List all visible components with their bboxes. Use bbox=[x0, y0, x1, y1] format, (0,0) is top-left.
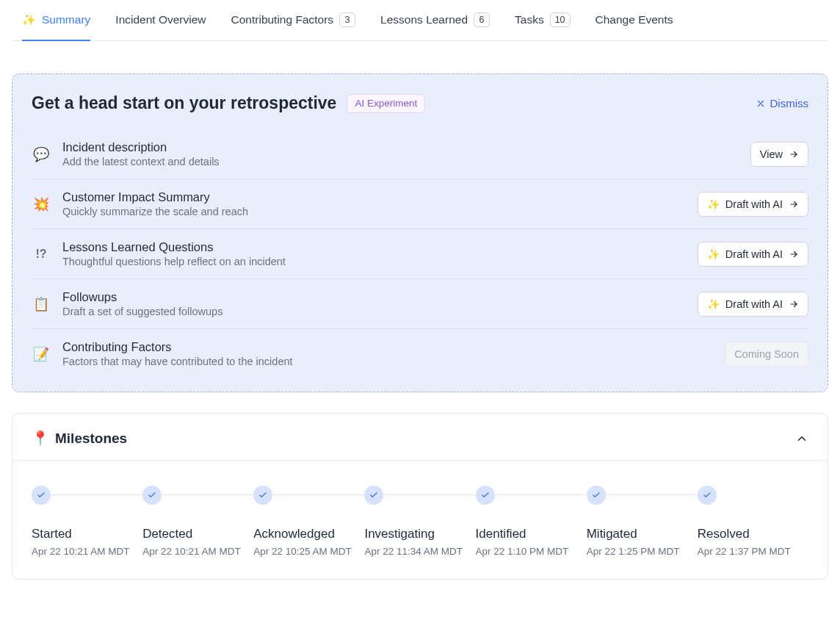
tab-badge: 3 bbox=[339, 12, 355, 27]
tab-incident-overview[interactable]: Incident Overview bbox=[115, 0, 206, 41]
retro-item-title: Customer Impact Summary bbox=[62, 190, 686, 204]
milestone-label: Detected bbox=[142, 527, 192, 541]
btn-label: Draft with AI bbox=[725, 248, 783, 260]
retro-item-desc: Draft a set of suggested followups bbox=[62, 306, 686, 317]
milestones-card: 📍 Milestones Started Apr 22 10:21 AM MDT… bbox=[12, 413, 828, 580]
milestone-investigating: Investigating Apr 22 11:34 AM MDT bbox=[364, 486, 475, 557]
retro-item-followups: 📋 Followups Draft a set of suggested fol… bbox=[32, 279, 808, 329]
milestone-time: Apr 22 10:25 AM MDT bbox=[253, 546, 352, 557]
tab-lessons-learned[interactable]: Lessons Learned 6 bbox=[380, 0, 490, 41]
milestone-mitigated: Mitigated Apr 22 1:25 PM MDT bbox=[587, 486, 698, 557]
milestone-time: Apr 22 11:34 AM MDT bbox=[364, 546, 463, 557]
tabs-bar: ✨ Summary Incident Overview Contributing… bbox=[12, 0, 828, 41]
milestone-started: Started Apr 22 10:21 AM MDT bbox=[32, 486, 142, 557]
milestone-label: Resolved bbox=[698, 527, 750, 541]
tab-tasks[interactable]: Tasks 10 bbox=[515, 0, 571, 41]
close-icon bbox=[756, 98, 766, 109]
btn-label: Coming Soon bbox=[734, 348, 799, 360]
milestones-title-text: Milestones bbox=[55, 431, 127, 447]
tab-label: Contributing Factors bbox=[231, 13, 334, 26]
question-icon: !? bbox=[32, 248, 51, 261]
retro-item-title: Lessons Learned Questions bbox=[62, 240, 686, 254]
check-icon bbox=[587, 486, 606, 505]
milestone-detected: Detected Apr 22 10:21 AM MDT bbox=[142, 486, 253, 557]
milestone-time: Apr 22 1:37 PM MDT bbox=[698, 546, 791, 557]
milestone-label: Started bbox=[32, 527, 72, 541]
milestones-header: 📍 Milestones bbox=[32, 430, 808, 447]
clipboard-icon: 📋 bbox=[32, 296, 51, 312]
arrow-right-icon bbox=[789, 299, 799, 309]
retro-item-desc: Add the latest context and details bbox=[62, 156, 739, 168]
btn-label: Draft with AI bbox=[725, 298, 783, 310]
sparkle-icon: ✨ bbox=[707, 248, 720, 260]
coming-soon-button: Coming Soon bbox=[725, 342, 808, 367]
retro-item-texts: Followups Draft a set of suggested follo… bbox=[62, 290, 686, 317]
milestone-label: Mitigated bbox=[587, 527, 637, 541]
retro-item-desc: Factors that may have contributed to the… bbox=[62, 356, 713, 367]
tab-label: Summary bbox=[42, 13, 90, 26]
divider bbox=[12, 460, 828, 461]
btn-label: Draft with AI bbox=[725, 198, 783, 210]
tab-label: Change Events bbox=[595, 13, 673, 26]
retro-item-texts: Lessons Learned Questions Thoughtful que… bbox=[62, 240, 686, 267]
milestones-track: Started Apr 22 10:21 AM MDT Detected Apr… bbox=[32, 486, 808, 557]
retrospective-banner: Get a head start on your retrospective A… bbox=[12, 73, 828, 392]
sparkle-icon: ✨ bbox=[22, 13, 36, 26]
collision-icon: 💥 bbox=[32, 196, 51, 212]
chevron-up-icon[interactable] bbox=[795, 432, 808, 445]
draft-with-ai-button[interactable]: ✨ Draft with AI bbox=[698, 292, 808, 317]
tab-label: Tasks bbox=[515, 13, 544, 26]
milestone-resolved: Resolved Apr 22 1:37 PM MDT bbox=[698, 486, 808, 557]
sparkle-icon: ✨ bbox=[707, 198, 720, 210]
milestone-identified: Identified Apr 22 1:10 PM MDT bbox=[476, 486, 587, 557]
retro-items: 💬 Incident description Add the latest co… bbox=[32, 129, 808, 378]
milestone-acknowledged: Acknowledged Apr 22 10:25 AM MDT bbox=[253, 486, 364, 557]
check-icon bbox=[698, 486, 717, 505]
view-button[interactable]: View bbox=[750, 142, 808, 167]
tab-label: Incident Overview bbox=[115, 13, 206, 26]
check-icon bbox=[253, 486, 272, 505]
retro-header: Get a head start on your retrospective A… bbox=[32, 93, 808, 113]
retro-item-contributing-factors: 📝 Contributing Factors Factors that may … bbox=[32, 329, 808, 378]
check-icon bbox=[32, 486, 51, 505]
retro-item-customer-impact: 💥 Customer Impact Summary Quickly summar… bbox=[32, 179, 808, 229]
milestone-time: Apr 22 10:21 AM MDT bbox=[32, 546, 130, 557]
check-icon bbox=[364, 486, 383, 505]
milestone-label: Identified bbox=[476, 527, 526, 541]
ai-experiment-badge: AI Experiment bbox=[347, 94, 425, 113]
milestone-time: Apr 22 1:25 PM MDT bbox=[587, 546, 680, 557]
milestone-time: Apr 22 10:21 AM MDT bbox=[142, 546, 241, 557]
arrow-right-icon bbox=[789, 199, 799, 209]
pin-icon: 📍 bbox=[32, 430, 49, 447]
milestone-label: Investigating bbox=[364, 527, 434, 541]
retro-item-desc: Quickly summarize the scale and reach bbox=[62, 206, 686, 217]
check-icon bbox=[142, 486, 162, 505]
retro-item-texts: Incident description Add the latest cont… bbox=[62, 140, 739, 168]
tab-change-events[interactable]: Change Events bbox=[595, 0, 673, 41]
tab-label: Lessons Learned bbox=[380, 13, 468, 26]
milestone-time: Apr 22 1:10 PM MDT bbox=[476, 546, 569, 557]
speech-icon: 💬 bbox=[32, 146, 51, 162]
retro-item-incident-description: 💬 Incident description Add the latest co… bbox=[32, 129, 808, 179]
dismiss-button[interactable]: Dismiss bbox=[756, 97, 809, 109]
milestone-label: Acknowledged bbox=[253, 527, 335, 541]
arrow-right-icon bbox=[789, 249, 799, 259]
draft-with-ai-button[interactable]: ✨ Draft with AI bbox=[698, 242, 808, 267]
retro-item-title: Incident description bbox=[62, 140, 739, 154]
retro-item-desc: Thoughtful questions help reflect on an … bbox=[62, 256, 686, 267]
tab-contributing-factors[interactable]: Contributing Factors 3 bbox=[231, 0, 356, 41]
check-icon bbox=[476, 486, 495, 505]
memo-icon: 📝 bbox=[32, 346, 51, 362]
retro-item-texts: Customer Impact Summary Quickly summariz… bbox=[62, 190, 686, 217]
retro-title: Get a head start on your retrospective bbox=[32, 93, 336, 113]
tab-summary[interactable]: ✨ Summary bbox=[22, 0, 90, 41]
retro-item-title: Contributing Factors bbox=[62, 340, 713, 354]
retro-item-title: Followups bbox=[62, 290, 686, 304]
retro-item-lessons-learned: !? Lessons Learned Questions Thoughtful … bbox=[32, 229, 808, 279]
draft-with-ai-button[interactable]: ✨ Draft with AI bbox=[698, 192, 808, 217]
dismiss-label: Dismiss bbox=[770, 97, 809, 109]
sparkle-icon: ✨ bbox=[707, 298, 720, 310]
retro-item-texts: Contributing Factors Factors that may ha… bbox=[62, 340, 713, 367]
tab-badge: 6 bbox=[474, 12, 490, 27]
tab-badge: 10 bbox=[550, 12, 571, 27]
